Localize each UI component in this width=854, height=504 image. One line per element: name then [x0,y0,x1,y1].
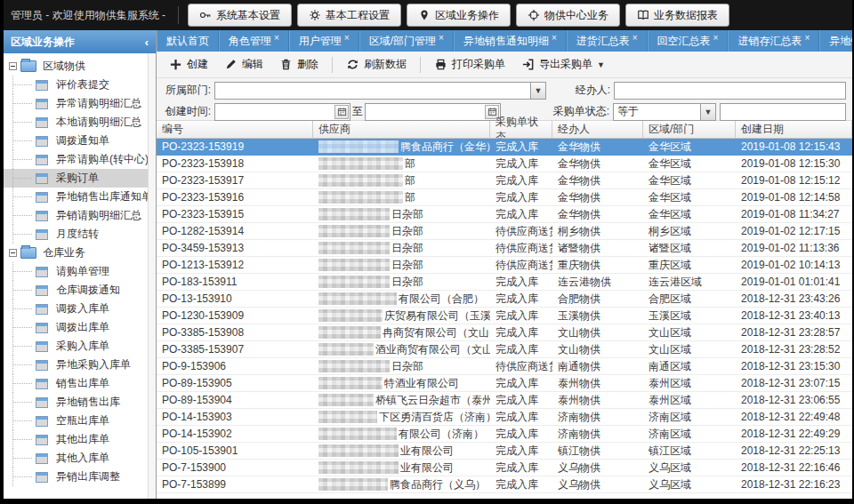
document-icon [36,99,48,109]
chevron-down-icon[interactable]: ▼ [530,83,545,99]
table-row[interactable]: PO-14-153902有限公司（济南）完成入库济南物供济南区域2018-12-… [157,426,852,443]
table-row[interactable]: PO-9-153906日杂部待供应商送货南通物供南通区域2018-12-31 2… [157,358,852,375]
close-icon[interactable]: × [274,33,279,43]
tree-item-异销出库调整[interactable]: 异销出库调整 [4,468,148,486]
tree-item-异常请购单(转中心)[interactable]: 异常请购单(转中心) [4,150,148,169]
table-row[interactable]: PO-2323-153916部完成入库金华物供金华区域2019-01-08 12… [157,189,852,206]
status-value-field [720,103,846,121]
tab-异地销售通知明细[interactable]: 异地销售通知明细× [454,30,567,52]
cell-status: 完成入库 [490,325,552,340]
table-row[interactable]: PO-7-153900业有限公司完成入库义乌物供义乌区域2018-12-31 2… [157,460,852,476]
table-row[interactable]: PO-1230-153909庆贸易有限公司（玉溪）完成入库玉溪物供玉溪区域201… [157,308,852,324]
tree-item-请购单管理[interactable]: 请购单管理 [4,262,148,281]
tree-item-label: 本地请购明细汇总 [53,114,144,131]
table-row[interactable]: PO-2323-153915日杂部完成入库金华物供金华区域2019-01-08 … [157,206,852,223]
close-icon[interactable]: × [552,33,557,43]
status-value-input[interactable] [721,104,845,120]
tree-item-销售出库单[interactable]: 销售出库单 [4,374,148,393]
tab-回空汇总表[interactable]: 回空汇总表× [648,30,729,52]
table-row[interactable]: PO-3385-153907酒业商贸有限公司（文山）完成入库文山物供文山区域20… [157,341,852,358]
topbar-button[interactable]: 区域业务操作 [407,4,511,27]
tree-item-采购入库单[interactable]: 采购入库单 [4,337,148,356]
sidebar-scrollbar[interactable] [148,53,156,499]
tree-item-空瓶出库单[interactable]: 空瓶出库单 [4,412,148,430]
tree-item-异常请购明细汇总[interactable]: 异常请购明细汇总 [4,94,148,113]
toolbar-button-编辑[interactable]: 编辑 [217,53,270,76]
tab-进货汇总表[interactable]: 进货汇总表× [567,30,648,52]
table-row[interactable]: PO-89-153905特酒业有限公司完成入库泰州物供泰州区域2018-12-3… [157,375,852,392]
status-operator-select[interactable]: 等于 ▼ [613,103,716,121]
collapse-minus-icon[interactable] [9,62,17,70]
tree-item-异销请购明细汇总[interactable]: 异销请购明细汇总 [4,206,148,225]
column-header-编号[interactable]: 编号 [157,121,313,138]
operator-input[interactable] [615,83,845,99]
calendar-icon[interactable] [334,105,349,119]
table-row[interactable]: PO-7-153899腾食品商行（义乌）完成入库义乌物供义乌区域2018-12-… [157,476,852,493]
tree-item-label: 调拨通知单 [53,132,112,149]
toolbar-button-刷新数据[interactable]: 刷新数据 [339,53,414,76]
table-row[interactable]: PO-183-153911日杂部完成入库连云港物供连云港区域2019-01-01… [157,274,852,291]
topbar-button[interactable]: 物供中心业务 [516,4,620,27]
toolbar-button-打印采购单[interactable]: 打印采购单 [427,53,512,76]
tab-区域/部门管理[interactable]: 区域/部门管理× [359,30,454,52]
cell-supplier: 日杂部 [313,359,490,374]
topbar-button[interactable]: 系统基本设置 [188,4,292,27]
toolbar-button-创建[interactable]: 创建 [162,53,215,76]
table-row[interactable]: PO-1213-153912日杂部待供应商送货重庆物供重庆区域2019-01-0… [157,257,852,274]
table-row[interactable]: PO-2323-153919腾食品商行（金华）完成入库金华物供金华区域2019-… [157,139,852,156]
tree-item-异地销售出库通知单[interactable]: 异地销售出库通知单 [4,188,148,206]
tree-item-评价表提交[interactable]: 评价表提交 [4,76,148,94]
tree-item-label: 异地销售出库通知单 [53,188,148,205]
supplier-text: 日杂部 [391,258,423,273]
tree-item-调拨入库单[interactable]: 调拨入库单 [4,300,148,318]
table-row[interactable]: PO-3385-153908冉商贸有限公司（文山）完成入库文山物供文山区域201… [157,324,852,341]
tree-item-异地采购入库单[interactable]: 异地采购入库单 [4,356,148,374]
table-row[interactable]: PO-2323-153917部完成入库金华物供金华区域2019-01-08 12… [157,172,852,189]
topbar-button[interactable]: 基本工程设置 [297,4,401,27]
tab-进销存汇总表[interactable]: 进销存汇总表× [728,30,819,52]
toolbar-button-删除[interactable]: 删除 [272,53,326,76]
tree-item-调拨通知单[interactable]: 调拨通知单 [4,132,148,150]
close-icon[interactable]: × [713,33,719,43]
table-row[interactable]: PO-1282-153914日杂部待供应商送货桐乡物供桐乡区域2019-01-0… [157,223,852,240]
column-header-经办人[interactable]: 经办人 [552,121,643,138]
dept-select[interactable]: ▼ [214,82,546,100]
tree-folder[interactable]: 仓库业务 [4,244,148,262]
close-icon[interactable]: × [632,33,638,43]
column-header-供应商[interactable]: 供应商 [313,121,490,138]
chevron-down-icon[interactable]: ▼ [700,104,715,120]
tree-item-其他出库单[interactable]: 其他出库单 [4,430,148,449]
close-icon[interactable]: × [804,33,810,43]
tab-用户管理[interactable]: 用户管理× [289,30,359,52]
tree-item-本地请购明细汇总[interactable]: 本地请购明细汇总 [4,113,148,132]
table-row[interactable]: PO-3459-153913日杂部待供应商送货诸暨物供诸暨区域2019-01-0… [157,240,852,257]
close-icon[interactable]: × [439,33,444,43]
tree-item-仓库调拨通知[interactable]: 仓库调拨通知 [4,281,148,300]
toolbar-button-label: 导出采购单 [539,57,592,72]
table-row[interactable]: PO-14-153903下区勇清百货店（济南）完成入库济南物供济南区域2018-… [157,409,852,426]
table-row[interactable]: PO-89-153904桥镇飞云日杂超市（泰州）完成入库泰州物供泰州区域2018… [157,392,852,409]
date-from-input[interactable] [215,104,334,120]
column-header-区域/部门[interactable]: 区域/部门 [643,121,736,138]
column-header-采购单状态[interactable]: 采购单状态 [490,121,552,138]
tree-item-调拨出库单[interactable]: 调拨出库单 [4,318,148,337]
tree-folder[interactable]: 区域物供 [4,57,148,76]
table-row[interactable]: PO-2323-153918部完成入库金华物供金华区域2019-01-08 12… [157,156,852,172]
tab-角色管理[interactable]: 角色管理× [219,30,289,52]
table-row[interactable]: PO-105-153901业有限公司完成入库镇江物供镇江区域2018-12-31… [157,443,852,460]
tree-item-月度结转[interactable]: 月度结转 [4,225,148,244]
tab-默认首页[interactable]: 默认首页 [157,30,219,52]
tab-异地销售调整明细[interactable]: 异地销售调整明细× [819,30,852,52]
collapse-minus-icon[interactable] [9,249,17,257]
date-to-input[interactable] [366,104,485,120]
table-row[interactable]: PO-13-153910有限公司（合肥）完成入库合肥物供合肥区域2018-12-… [157,291,852,308]
supplier-text: 日杂部 [391,359,423,374]
topbar-button[interactable]: 业务数据报表 [625,4,729,27]
tree-item-异地销售出库[interactable]: 异地销售出库 [4,393,148,412]
tree-item-采购订单[interactable]: 采购订单 [4,169,148,188]
close-icon[interactable]: × [344,33,350,43]
tree-item-其他入库单[interactable]: 其他入库单 [4,449,148,468]
column-header-创建日期[interactable]: 创建日期 [736,121,852,138]
sidebar-collapse-icon[interactable]: ‹ [145,36,149,49]
toolbar-button-导出采购单[interactable]: 导出采购单▼ [514,53,612,76]
